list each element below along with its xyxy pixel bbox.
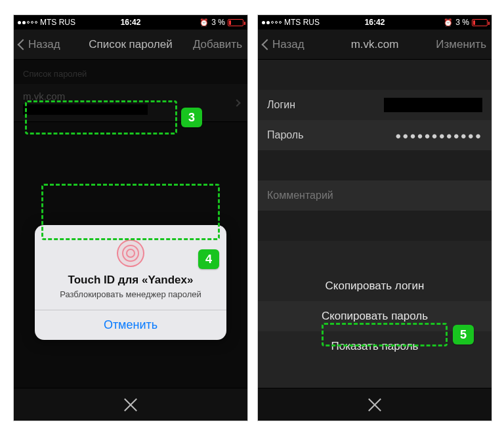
signal-dots-icon (18, 21, 37, 24)
back-button[interactable]: Назад (263, 38, 304, 51)
touchid-cancel-button[interactable]: Отменить (35, 310, 226, 340)
login-label: Логин (267, 99, 384, 111)
alarm-icon: ⏰ (444, 18, 453, 27)
copy-login-button[interactable]: Скопировать логин (258, 271, 492, 301)
clock: 16:42 (365, 18, 385, 27)
back-label: Назад (28, 38, 60, 51)
content-area: Список паролей m.vk.com Touch ID для «Ya… (14, 60, 247, 388)
phone-right: MTS RUS 16:42 ⏰ 3 % Назад m.vk.com Измен… (257, 14, 492, 421)
alarm-icon: ⏰ (200, 18, 209, 27)
carrier-label: MTS RUS (284, 18, 320, 27)
touchid-subtitle: Разблокировать менеджер паролей (44, 289, 217, 299)
status-left: MTS RUS (262, 18, 365, 27)
chevron-left-icon (18, 39, 29, 50)
status-right: ⏰ 3 % (140, 18, 243, 27)
copy-password-button[interactable]: Скопировать пароль (258, 301, 492, 331)
fingerprint-icon (117, 239, 144, 267)
spacer-row (258, 60, 492, 90)
login-value-redacted (384, 98, 482, 112)
password-mask: ●●●●●●●●●●●● (395, 130, 482, 141)
spacer-row (258, 150, 492, 180)
battery-percent: 3 % (455, 18, 469, 27)
status-left: MTS RUS (18, 18, 121, 27)
add-button[interactable]: Добавить (193, 38, 242, 51)
touchid-alert: Touch ID для «Yandex» Разблокировать мен… (35, 225, 226, 340)
status-bar: MTS RUS 16:42 ⏰ 3 % (14, 15, 247, 30)
page-title: Список паролей (89, 38, 172, 51)
carrier-label: MTS RUS (40, 18, 75, 27)
spacer-row (258, 241, 492, 271)
battery-icon (472, 19, 488, 26)
touchid-title: Touch ID для «Yandex» (44, 274, 217, 287)
stage: MTS RUS 16:42 ⏰ 3 % Назад Список паролей… (0, 0, 504, 437)
back-button[interactable]: Назад (19, 38, 60, 51)
status-right: ⏰ 3 % (385, 18, 488, 27)
password-label: Пароль (267, 129, 395, 141)
page-title: m.vk.com (351, 38, 399, 51)
nav-bar: Назад m.vk.com Изменить (258, 30, 492, 60)
comment-label: Комментарий (267, 190, 482, 201)
touchid-body: Touch ID для «Yandex» Разблокировать мен… (35, 225, 226, 310)
password-row[interactable]: Пароль ●●●●●●●●●●●● (258, 120, 492, 150)
spacer-row (258, 211, 492, 241)
action-label: Скопировать логин (326, 280, 425, 293)
login-row[interactable]: Логин (258, 90, 492, 120)
bottom-toolbar (258, 388, 492, 421)
action-label: Показать пароль (331, 340, 419, 353)
action-label: Скопировать пароль (322, 310, 428, 323)
nav-bar: Назад Список паролей Добавить (14, 30, 247, 60)
show-password-button[interactable]: Показать пароль (258, 331, 492, 362)
content-area: Логин Пароль ●●●●●●●●●●●● Комментарий Ск… (258, 60, 492, 388)
phone-left: MTS RUS 16:42 ⏰ 3 % Назад Список паролей… (13, 14, 248, 421)
signal-dots-icon (262, 21, 282, 24)
close-button[interactable] (122, 396, 139, 413)
status-bar: MTS RUS 16:42 ⏰ 3 % (258, 15, 492, 30)
battery-percent: 3 % (211, 18, 225, 27)
spacer-row (258, 362, 492, 388)
chevron-left-icon (262, 39, 273, 50)
close-button[interactable] (366, 396, 383, 413)
edit-button[interactable]: Изменить (436, 38, 486, 51)
bottom-toolbar (14, 388, 247, 421)
battery-icon (228, 19, 243, 26)
clock: 16:42 (121, 18, 141, 27)
comment-row[interactable]: Комментарий (258, 180, 492, 211)
back-label: Назад (272, 38, 304, 51)
